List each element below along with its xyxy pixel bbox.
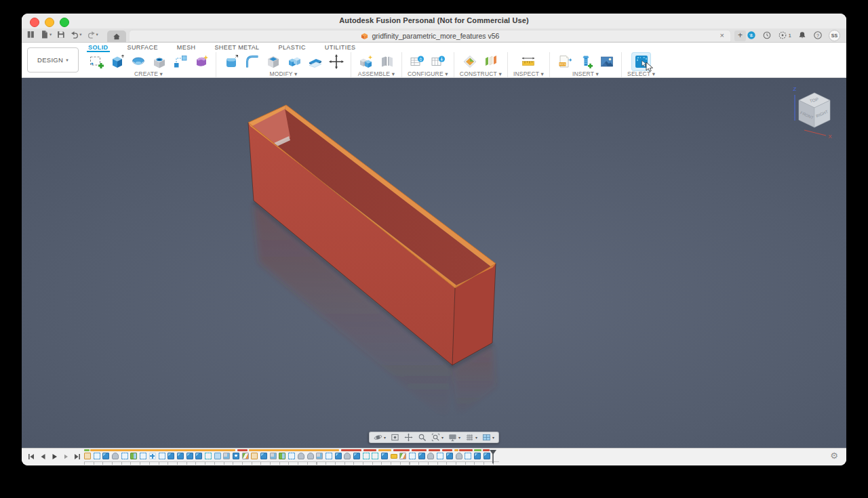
notifications-button[interactable] <box>797 30 807 40</box>
create-form-button[interactable] <box>192 53 210 70</box>
extrude-button[interactable] <box>108 53 126 70</box>
combine-button[interactable] <box>285 53 303 70</box>
timeline-feature-dashed[interactable] <box>372 453 378 459</box>
timeline-feature-extrude[interactable] <box>195 453 202 459</box>
timeline-feature-dome[interactable] <box>307 453 314 459</box>
rectangular-pattern-button[interactable] <box>171 53 189 70</box>
configuration-table-button[interactable] <box>408 53 427 70</box>
timeline-feature-dashed[interactable] <box>363 453 370 459</box>
avatar[interactable]: SS <box>829 30 840 41</box>
step-forward-button[interactable] <box>62 452 71 464</box>
timeline-feature-pattern[interactable] <box>288 453 295 459</box>
timeline-feature-extrude[interactable] <box>381 453 388 459</box>
document-tab[interactable]: gridfinity_parametric_more_features v56 … <box>129 30 731 42</box>
workspace-switcher[interactable]: DESIGN ▾ <box>27 47 79 72</box>
timeline-feature-mirror[interactable] <box>279 453 285 459</box>
help-button[interactable]: ? <box>813 30 823 40</box>
group-label-assemble[interactable]: ASSEMBLE ▾ <box>358 70 395 77</box>
extensions-button[interactable] <box>747 30 756 40</box>
timeline-feature-pattern[interactable] <box>94 453 100 459</box>
create-sketch-button[interactable] <box>87 53 105 70</box>
look-at-button[interactable] <box>391 433 399 442</box>
timeline-feature-extrude[interactable] <box>186 453 193 459</box>
timeline-feature-pattern[interactable] <box>121 453 128 459</box>
timeline-feature-extrude[interactable] <box>335 453 342 459</box>
ribbon-tab-plastic[interactable]: PLASTIC <box>277 43 307 51</box>
timeline-playhead[interactable] <box>488 449 498 464</box>
grid-snap-button[interactable]: ▾ <box>465 433 477 442</box>
new-component-button[interactable] <box>357 53 375 70</box>
viewport-canvas[interactable]: Z X TOP FRONT RIGHT ▾▾▾▾▾ <box>22 78 846 449</box>
group-label-create[interactable]: CREATE ▾ <box>134 70 163 77</box>
select-button[interactable] <box>632 53 650 70</box>
panels-button[interactable] <box>26 30 35 39</box>
timeline-track[interactable] <box>84 449 532 465</box>
timeline-feature-pattern[interactable] <box>140 453 146 459</box>
measure-button[interactable] <box>519 53 538 70</box>
timeline-feature-pattern[interactable] <box>465 453 471 459</box>
press-pull-button[interactable] <box>222 53 240 70</box>
file-new-button[interactable]: ▾ <box>40 30 52 39</box>
timeline-feature-pattern[interactable] <box>409 453 416 459</box>
timeline-feature-extrude[interactable] <box>260 453 267 459</box>
timeline-feature-measure[interactable] <box>391 454 397 459</box>
job-status-button[interactable] <box>762 30 772 40</box>
orbit-button[interactable]: ▾ <box>374 433 386 442</box>
timeline-feature-dome[interactable] <box>344 453 351 459</box>
redo-button[interactable]: ▾ <box>87 30 98 39</box>
canvas-button[interactable] <box>597 53 616 70</box>
timeline-feature-pattern[interactable] <box>437 453 443 459</box>
timeline-feature-extrude[interactable] <box>446 453 453 459</box>
timeline-feature-sketch[interactable] <box>251 453 258 459</box>
joint-button[interactable] <box>378 53 396 70</box>
timeline-feature-extrude[interactable] <box>474 453 481 459</box>
save-button[interactable] <box>56 30 65 39</box>
ribbon-tab-solid[interactable]: SOLID <box>87 43 110 52</box>
timeline-feature-planes[interactable] <box>242 453 249 459</box>
ribbon-tab-mesh[interactable]: MESH <box>176 43 197 51</box>
timeline-feature-dome[interactable] <box>427 453 434 459</box>
timeline-feature-move[interactable] <box>149 453 156 459</box>
group-label-insert[interactable]: INSERT ▾ <box>572 70 599 77</box>
construction-plane-button[interactable] <box>461 53 479 70</box>
move-button[interactable] <box>327 53 345 70</box>
new-tab-button[interactable]: + <box>734 30 746 41</box>
group-label-construct[interactable]: CONSTRUCT ▾ <box>460 70 502 77</box>
timeline-feature-extrude-light[interactable] <box>214 453 221 459</box>
pan-button[interactable] <box>404 433 413 442</box>
timeline-feature-extrude[interactable] <box>167 453 174 459</box>
ribbon-tab-surface[interactable]: SURFACE <box>126 43 159 51</box>
go-to-start-button[interactable] <box>27 452 36 464</box>
shell-button[interactable] <box>264 53 282 70</box>
titlebar[interactable]: Autodesk Fusion Personal (Not for Commer… <box>22 14 846 28</box>
group-label-inspect[interactable]: INSPECT ▾ <box>513 70 544 77</box>
offset-face-button[interactable] <box>306 53 324 70</box>
timeline-settings-gear-icon[interactable]: ⚙ <box>830 451 838 461</box>
home-tab[interactable] <box>107 30 126 42</box>
timeline-feature-planes[interactable] <box>399 453 406 459</box>
hole-button[interactable] <box>150 53 168 70</box>
display-settings-button[interactable]: ▾ <box>448 433 460 442</box>
timeline-feature-sketch[interactable] <box>84 453 91 459</box>
ribbon-tab-sheet-metal[interactable]: SHEET METAL <box>213 43 260 51</box>
gridfinity-bin-model[interactable] <box>22 78 846 449</box>
timeline-feature-extrude[interactable] <box>418 453 425 459</box>
timeline-feature-component[interactable] <box>223 453 230 459</box>
insert-fastener-button[interactable] <box>576 53 595 70</box>
timeline-feature-mirror[interactable] <box>130 453 137 459</box>
timeline-feature-component[interactable] <box>270 453 277 459</box>
revolve-button[interactable] <box>129 53 147 70</box>
timeline-feature-dome[interactable] <box>112 453 119 459</box>
zoom-button[interactable] <box>418 433 427 442</box>
fit-button[interactable]: ▾ <box>431 433 443 442</box>
insert-svg-button[interactable]: SVG <box>555 53 574 70</box>
timeline-feature-extrude[interactable] <box>102 453 109 459</box>
offset-planes-button[interactable] <box>482 53 500 70</box>
timeline-feature-pattern[interactable] <box>326 453 332 459</box>
timeline-feature-dashed[interactable] <box>205 453 212 459</box>
go-to-end-button[interactable] <box>73 452 82 464</box>
ribbon-tab-utilities[interactable]: UTILITIES <box>323 43 357 51</box>
group-label-modify[interactable]: MODIFY ▾ <box>269 70 297 77</box>
fillet-button[interactable] <box>243 53 261 70</box>
timeline-feature-dome[interactable] <box>298 453 304 459</box>
